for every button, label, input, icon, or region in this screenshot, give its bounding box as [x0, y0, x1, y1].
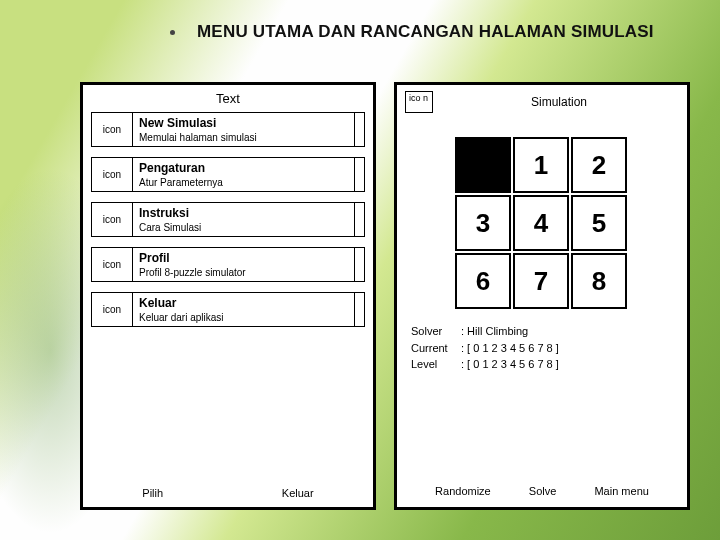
menu-label: Profil: [139, 251, 348, 265]
page-title: MENU UTAMA DAN RANCANGAN HALAMAN SIMULAS…: [197, 22, 654, 42]
menu-sep: [355, 202, 365, 237]
puzzle-grid: 1 2 3 4 5 6 7 8: [455, 137, 629, 309]
menu-icon: icon: [91, 292, 133, 327]
tile-3[interactable]: 3: [455, 195, 511, 251]
tile-6[interactable]: 6: [455, 253, 511, 309]
menu-list: icon New Simulasi Memulai halaman simula…: [89, 112, 367, 327]
info-current-key: Current: [411, 340, 461, 357]
menu-sep: [355, 157, 365, 192]
menu-desc: Keluar dari aplikasi: [139, 312, 348, 323]
sim-info: Solver : Hill Climbing Current : [ 0 1 2…: [403, 317, 681, 377]
tile-5[interactable]: 5: [571, 195, 627, 251]
left-panel-title: Text: [89, 89, 367, 112]
footer-keluar[interactable]: Keluar: [282, 487, 314, 499]
tile-4[interactable]: 4: [513, 195, 569, 251]
menu-sep: [355, 292, 365, 327]
menu-label: Pengaturan: [139, 161, 348, 175]
sim-actions: Randomize Solve Main menu: [397, 485, 687, 497]
simulation-panel: ico n Simulation 1 2 3 4 5 6 7 8 Solver …: [394, 82, 690, 510]
left-footer: Pilih Keluar: [83, 487, 373, 499]
heading-row: MENU UTAMA DAN RANCANGAN HALAMAN SIMULAS…: [170, 22, 700, 42]
tile-8[interactable]: 8: [571, 253, 627, 309]
menu-item-pengaturan[interactable]: icon Pengaturan Atur Parameternya: [91, 157, 365, 192]
main-menu-panel: Text icon New Simulasi Memulai halaman s…: [80, 82, 376, 510]
randomize-button[interactable]: Randomize: [435, 485, 491, 497]
menu-sep: [355, 247, 365, 282]
sim-header-icon: ico n: [405, 91, 433, 113]
menu-item-keluar[interactable]: icon Keluar Keluar dari aplikasi: [91, 292, 365, 327]
menu-desc: Cara Simulasi: [139, 222, 348, 233]
menu-sep: [355, 112, 365, 147]
menu-icon: icon: [91, 157, 133, 192]
mainmenu-button[interactable]: Main menu: [594, 485, 648, 497]
tile-2[interactable]: 2: [571, 137, 627, 193]
menu-desc: Memulai halaman simulasi: [139, 132, 348, 143]
bullet-icon: [170, 30, 175, 35]
menu-label: New Simulasi: [139, 116, 348, 130]
menu-desc: Atur Parameternya: [139, 177, 348, 188]
tile-7[interactable]: 7: [513, 253, 569, 309]
sim-title: Simulation: [439, 95, 679, 109]
tile-1[interactable]: 1: [513, 137, 569, 193]
info-current-val: : [ 0 1 2 3 4 5 6 7 8 ]: [461, 340, 559, 357]
solve-button[interactable]: Solve: [529, 485, 557, 497]
menu-label: Keluar: [139, 296, 348, 310]
info-solver-val: : Hill Climbing: [461, 323, 528, 340]
menu-item-profil[interactable]: icon Profil Profil 8-puzzle simulator: [91, 247, 365, 282]
menu-item-instruksi[interactable]: icon Instruksi Cara Simulasi: [91, 202, 365, 237]
menu-icon: icon: [91, 247, 133, 282]
menu-item-new-simulasi[interactable]: icon New Simulasi Memulai halaman simula…: [91, 112, 365, 147]
info-solver-key: Solver: [411, 323, 461, 340]
menu-icon: icon: [91, 202, 133, 237]
tile-blank[interactable]: [455, 137, 511, 193]
menu-desc: Profil 8-puzzle simulator: [139, 267, 348, 278]
menu-icon: icon: [91, 112, 133, 147]
info-level-key: Level: [411, 356, 461, 373]
info-level-val: : [ 0 1 2 3 4 5 6 7 8 ]: [461, 356, 559, 373]
menu-label: Instruksi: [139, 206, 348, 220]
footer-pilih[interactable]: Pilih: [142, 487, 163, 499]
